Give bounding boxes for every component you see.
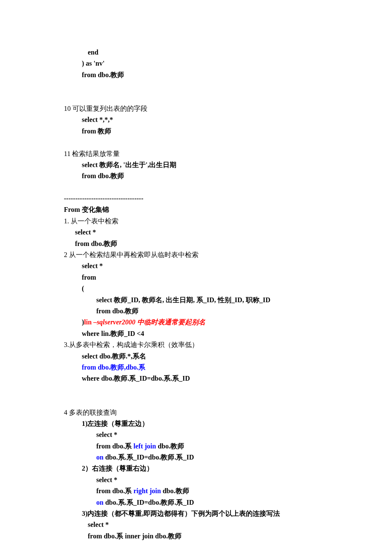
- text-line: 4 多表的联接查询: [64, 407, 328, 418]
- text-line: 3.从多表中检索，构成迪卡尔乘积（效率低）: [64, 339, 328, 350]
- blank-line: [64, 396, 328, 407]
- text-line: from dbo.教师: [64, 306, 328, 317]
- sql-table: dbo.教师: [161, 487, 189, 494]
- text-line: on dbo.系.系_ID=dbo.教师.系_ID: [64, 452, 328, 463]
- sql-from: from dbo.系: [96, 487, 133, 494]
- text-line: select *: [64, 519, 328, 530]
- text-line: )lin –sqlserver2000 中临时表通常要起别名: [64, 317, 328, 328]
- sql-comment: –sqlserver2000 中临时表通常要起别名: [93, 318, 205, 326]
- text-line: select dbo.教师.*,系名: [64, 351, 328, 362]
- blank-line: [64, 384, 328, 396]
- text-line: from dbo.系 left join dbo.教师: [64, 441, 328, 452]
- sql-keyword-rightjoin: right join: [133, 487, 161, 494]
- text-line: 2 从一个检索结果中再检索即从临时表中检索: [64, 249, 328, 260]
- text-line: from: [64, 272, 328, 283]
- sql-from: from dbo.系: [96, 442, 133, 450]
- sql-table: dbo.教师: [156, 442, 184, 450]
- blank-line: [64, 81, 328, 92]
- text-line: from dbo.教师: [64, 69, 328, 81]
- text-line: (: [64, 283, 328, 294]
- text-line: on dbo.系.系_ID=dbo.教师.系_ID: [64, 497, 328, 508]
- blank-line: [64, 137, 328, 148]
- text-line: select *: [64, 260, 328, 272]
- alias-name: lin: [84, 318, 93, 326]
- text-line: 3)内连接（都不尊重,即两边都得有）下例为两个以上表的连接写法: [64, 508, 328, 519]
- text-line: 2）右连接（尊重右边）: [64, 463, 328, 474]
- sql-condition: dbo.系.系_ID=dbo.教师.系_ID: [104, 454, 194, 461]
- text-line: select *,*,*: [64, 114, 328, 125]
- text-line: from dbo.系 right join dbo.教师: [64, 486, 328, 497]
- text-line: select *: [64, 227, 328, 238]
- sql-keyword-leftjoin: left join: [133, 442, 156, 450]
- text-line: select *: [64, 474, 328, 486]
- blank-line: [64, 182, 328, 193]
- text-line: from dbo.教师: [64, 171, 328, 182]
- text-line: 11 检索结果放常量: [64, 148, 328, 159]
- text-line: ) as 'nv': [64, 58, 328, 69]
- text-line: 1. 从一个表中检索: [64, 216, 328, 227]
- text-line: 10 可以重复列出表的的字段: [64, 103, 328, 114]
- sql-keyword-on: on: [96, 454, 104, 461]
- text-line: from 教师: [64, 126, 328, 137]
- text-line: select 教师_ID, 教师名, 出生日期, 系_ID, 性别_ID, 职称…: [64, 295, 328, 306]
- text-line: from dbo.教师: [64, 238, 328, 249]
- text-line: where dbo.教师.系_ID=dbo.系.系_ID: [64, 373, 328, 384]
- blank-line: [64, 92, 328, 103]
- text-line: where lin.教师_ID <4: [64, 328, 328, 339]
- text-line: from dbo.系 inner join dbo.教师: [64, 531, 328, 542]
- document-page: end ) as 'nv' from dbo.教师 10 可以重复列出表的的字段…: [0, 0, 392, 555]
- section-title: From 变化集锦: [64, 204, 328, 215]
- text-line: 1)左连接（尊重左边）: [64, 418, 328, 429]
- text-line: end: [64, 47, 328, 58]
- sql-keyword-on: on: [96, 499, 104, 506]
- text-line: -----------------------------------: [64, 193, 328, 204]
- text-line: select *: [64, 429, 328, 440]
- sql-condition: dbo.系.系_ID=dbo.教师.系_ID: [104, 499, 194, 506]
- text-line: select 教师名, '出生于',出生日期: [64, 159, 328, 171]
- text-line: from dbo.教师,dbo.系: [64, 362, 328, 373]
